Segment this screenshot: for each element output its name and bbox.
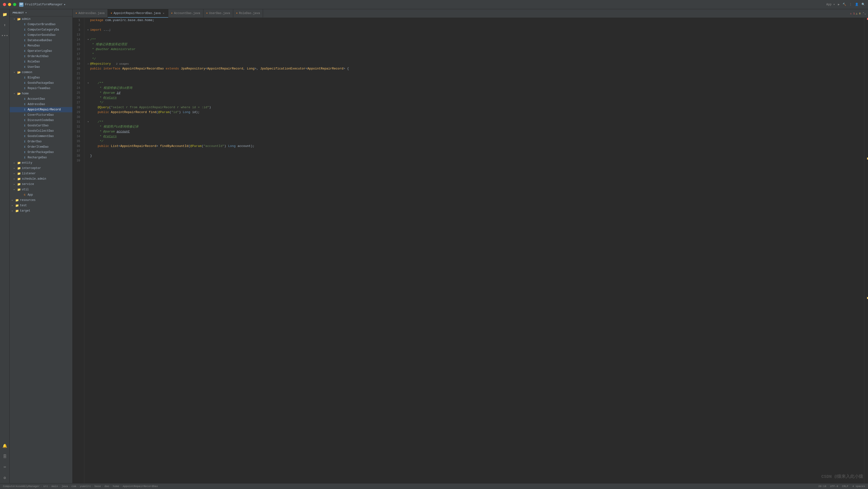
tree-item-roledao[interactable]: IRoleDao: [10, 59, 72, 64]
terminal-icon[interactable]: ⌨: [1, 464, 8, 470]
tab-icon: ●: [75, 12, 77, 14]
tree-item-label: ComputerBrandDao: [28, 23, 56, 26]
tree-item-computergoods[interactable]: IComputerGoodsDao: [10, 32, 72, 38]
tree-item-orderauth[interactable]: IOrderAuthDao: [10, 54, 72, 59]
line-number-39: 39: [73, 158, 82, 163]
interface-icon: I: [23, 76, 27, 79]
folder-closed-icon: 📁: [17, 188, 21, 192]
code-line-15: * 维修记录数据库处理层: [86, 42, 862, 47]
code-text-34: * @return: [90, 134, 862, 139]
interface-icon: I: [23, 108, 27, 111]
tree-item-rechargedao[interactable]: IRechargeDao: [10, 155, 72, 160]
settings-icon[interactable]: ⚙: [1, 475, 8, 481]
code-line-29: public AppointRepairRecord find(@Param("…: [86, 110, 862, 115]
more-icon[interactable]: ⋮: [849, 3, 852, 6]
line-number-29: 29: [73, 110, 82, 115]
interface-icon: I: [23, 113, 27, 117]
database-icon[interactable]: 🗄: [1, 453, 8, 460]
tree-item-userdao[interactable]: IUserDao: [10, 64, 72, 70]
tree-item-home[interactable]: ▾📂home: [10, 91, 72, 96]
line-number-28: 28: [73, 105, 82, 110]
status-bar: ComputerAssemblyManager › src › main › j…: [0, 483, 868, 489]
code-line-24: * 根据维修记录id查询: [86, 86, 862, 91]
error-marker: [867, 18, 868, 20]
tree-item-entity[interactable]: ▸📁entity: [10, 160, 72, 166]
tab-close-icon[interactable]: ✕: [162, 12, 165, 15]
tab-userdao[interactable]: ● UserDao.java: [204, 9, 233, 18]
line-number-23: 23: [73, 81, 82, 86]
line-indicator-14[interactable]: ▾: [86, 37, 90, 42]
collapse-icon[interactable]: ⌄: [864, 12, 866, 15]
line-indicator-31[interactable]: ▾: [86, 120, 90, 124]
tree-item-orderitem[interactable]: IOrderItemDao: [10, 144, 72, 150]
project-icon[interactable]: 📁: [1, 11, 8, 18]
tree-item-blogdao[interactable]: IBlogDao: [10, 75, 72, 80]
user-icon[interactable]: 👤: [855, 3, 859, 6]
tree-item-addressdao[interactable]: IAddressDao: [10, 102, 72, 107]
tree-item-repairteam[interactable]: IRepairTeamDao: [10, 86, 72, 91]
tree-item-accountdao[interactable]: IAccountDao: [10, 96, 72, 102]
tree-item-label: util: [22, 188, 29, 191]
tree-item-interceptor[interactable]: ▸📁interceptor: [10, 166, 72, 171]
file-tree-scroll[interactable]: ▾📂admin IComputerBrandDao IComputerCateg…: [10, 17, 72, 483]
tree-item-goodscomment[interactable]: IGoodsCommentDao: [10, 134, 72, 139]
search-icon[interactable]: 🔍: [862, 3, 865, 6]
code-content[interactable]: package com.yuanlrc.base.dao.home;▸impor…: [84, 18, 864, 483]
code-line-26: * @return: [86, 95, 862, 100]
tab-addressdao[interactable]: ● AddressDao.java: [73, 9, 108, 18]
code-text-3: import ...;: [90, 28, 862, 32]
tree-item-resources[interactable]: ▸📁resources: [10, 198, 72, 203]
tree-item-orderdao[interactable]: IOrderDao: [10, 139, 72, 144]
more-tools-icon[interactable]: •••: [1, 32, 8, 39]
build-icon[interactable]: 🔨: [843, 3, 846, 6]
maximize-button[interactable]: [13, 3, 16, 6]
tree-item-scheduleadmin[interactable]: ▸📁schedule.admin: [10, 176, 72, 182]
tree-item-appointrepair[interactable]: IAppointRepairRecord: [10, 107, 72, 112]
tree-item-app[interactable]: CApp: [10, 192, 72, 198]
close-button[interactable]: [3, 3, 6, 6]
tree-item-menudao[interactable]: IMenuDao: [10, 43, 72, 48]
tree-item-goodscollect[interactable]: IGoodsCollectDao: [10, 128, 72, 134]
tree-item-coverpicture[interactable]: ICoverPictureDao: [10, 112, 72, 118]
breadcrumb-item-8: home: [113, 485, 119, 488]
line-number-15: 15: [73, 42, 82, 47]
breadcrumb-sep: ›: [92, 485, 94, 488]
right-gutter: [864, 18, 868, 483]
tab-accountdao[interactable]: ● AccountDao.java: [168, 9, 204, 18]
code-text-38: }: [90, 154, 862, 158]
tree-item-listener[interactable]: ▸📁listener: [10, 171, 72, 176]
interface-icon: I: [23, 97, 27, 101]
tree-item-databasebak[interactable]: IDatabaseBakDao: [10, 38, 72, 43]
tree-item-computercategory[interactable]: IComputerCategoryDa: [10, 27, 72, 32]
tree-item-common[interactable]: ▾📂common: [10, 70, 72, 75]
interface-icon: I: [23, 49, 27, 53]
tab-appointrepair[interactable]: ● AppointRepairRecordDao.java ✕: [108, 9, 168, 18]
tab-roledao[interactable]: ● RoleDao.java: [233, 9, 263, 18]
line-number-13: 13: [73, 32, 82, 37]
minimize-button[interactable]: [8, 3, 11, 6]
title-bar-actions: App ▾ ▶ 🔨 ⋮ 👤 🔍: [826, 3, 865, 6]
tab-label: AccountDao.java: [174, 12, 200, 15]
tree-item-util[interactable]: ▸📁util: [10, 187, 72, 192]
line-number-19: 19: [73, 62, 82, 66]
tree-item-service[interactable]: ▸📁service: [10, 182, 72, 187]
indent: 4 spaces: [852, 485, 865, 488]
commit-icon[interactable]: ⬆: [1, 22, 8, 29]
code-text-26: * @return: [90, 95, 862, 100]
code-text-35: */: [90, 139, 862, 144]
tree-item-test[interactable]: ▸📁test: [10, 203, 72, 208]
notifications-icon[interactable]: 🔔: [1, 443, 8, 449]
tree-item-admin[interactable]: ▾📂admin: [10, 17, 72, 22]
tree-item-discountcode[interactable]: IDiscountCodeDao: [10, 118, 72, 123]
tree-item-goodscart[interactable]: IGoodsCartDao: [10, 123, 72, 128]
tree-item-target[interactable]: ▸📁target: [10, 208, 72, 214]
tree-item-orderpackage[interactable]: IOrderPackageDao: [10, 150, 72, 155]
tree-item-computerbrand[interactable]: IComputerBrandDao: [10, 22, 72, 27]
breadcrumb-sep: ›: [69, 485, 70, 488]
line-indicator-23[interactable]: ▾: [86, 81, 90, 86]
expand-icon[interactable]: ⌃: [863, 12, 864, 15]
title-bar: FP FruitPlatformManager ▾ App ▾ ▶ 🔨 ⋮ 👤 …: [0, 0, 868, 9]
run-icon[interactable]: ▶: [838, 3, 840, 6]
tree-item-operatorlog[interactable]: IOperaterLogDao: [10, 48, 72, 54]
tree-item-goodspackage[interactable]: IGoodsPackageDao: [10, 80, 72, 86]
